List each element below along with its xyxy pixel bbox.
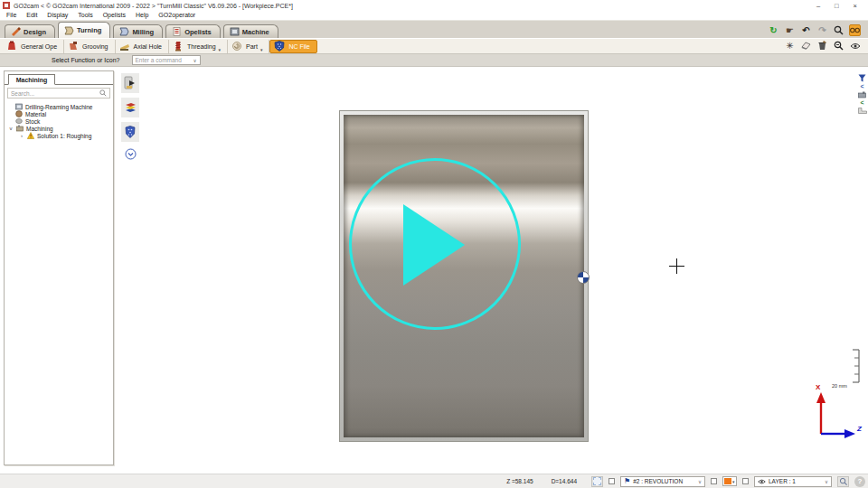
color-swatch-dropdown[interactable]: ▾ <box>722 476 737 486</box>
origin-point-marker[interactable] <box>577 271 590 284</box>
menu-display[interactable]: Display <box>47 12 68 18</box>
tree-item-machining[interactable]: v Machining <box>6 125 111 132</box>
revolution-checkbox[interactable] <box>609 478 615 484</box>
material-icon <box>15 110 23 117</box>
threading-dropdown-caret[interactable]: ▾ <box>219 47 222 52</box>
menu-opelists[interactable]: Opelists <box>103 12 126 18</box>
machining-tree: Drilling-Reaming Machine Material Stock … <box>5 100 113 142</box>
stock-icon <box>15 117 23 125</box>
collapse-blue-icon[interactable]: < <box>860 83 863 90</box>
chevron-down-icon: ∨ <box>193 58 196 63</box>
delete-bucket-icon[interactable] <box>816 40 828 52</box>
tree-item-material[interactable]: Material <box>6 110 111 117</box>
part-icon <box>231 41 242 52</box>
command-dropdown[interactable]: Enter a command ∨ <box>132 55 201 65</box>
layer-dropdown[interactable]: LAYER : 1 ∨ <box>754 476 832 487</box>
close-button[interactable]: × <box>854 2 857 10</box>
filter-icon[interactable] <box>858 74 866 82</box>
current-color-chip <box>724 478 731 484</box>
machining-node-icon <box>16 125 24 132</box>
flag-icon: ⚑ <box>624 478 630 485</box>
panel-side-toolbar <box>121 73 139 161</box>
tab-milling[interactable]: Milling <box>113 24 163 38</box>
maximize-button[interactable]: □ <box>835 2 839 10</box>
color-checkbox[interactable] <box>711 478 717 484</box>
expander-closed-icon[interactable]: › <box>19 133 24 138</box>
zoom-icon[interactable] <box>833 24 844 36</box>
tree-item-solution[interactable]: › Solution 1: Roughing <box>6 132 111 139</box>
grooving-icon <box>68 41 79 52</box>
tab-opelists[interactable]: Opelists <box>165 24 221 38</box>
quickbar-row-1: ↻ ☛ ↶ ↷ <box>768 24 861 36</box>
milling-icon <box>119 27 129 36</box>
part-dropdown-caret[interactable]: ▾ <box>260 47 263 52</box>
tab-design[interactable]: Design <box>5 24 55 38</box>
layers-button[interactable] <box>121 98 139 117</box>
menu-tools[interactable]: Tools <box>78 12 92 18</box>
layers-icon <box>124 102 137 114</box>
search-box <box>7 88 110 99</box>
viewport[interactable]: Machining Drilling-Reaming Machine Mater… <box>0 67 868 474</box>
window-title: GO2cam < © GO2cam International 2009 - 2… <box>14 3 293 9</box>
refresh-icon[interactable]: ↻ <box>768 24 779 36</box>
command-prompt-label: Select Function or Icon? <box>52 57 120 63</box>
z-coordinate: Z =58.145 <box>506 478 533 484</box>
tool-button-row: General Ope Grooving Axial Hole Threadin… <box>0 38 868 53</box>
go2view-glasses-icon[interactable] <box>849 24 861 36</box>
grooving-button[interactable]: Grooving <box>64 40 115 53</box>
opelists-icon <box>172 27 182 36</box>
layer-checkbox[interactable] <box>742 478 749 484</box>
ribbon-tab-bar: Design Turning Milling Opelists Machine … <box>0 20 868 38</box>
right-edge-toolbar: < < <box>857 74 867 114</box>
tool-burst-icon[interactable]: ✳ <box>784 40 796 52</box>
expander-open-icon[interactable]: v <box>8 126 14 131</box>
minimize-button[interactable]: – <box>816 2 820 10</box>
app-icon <box>3 2 10 9</box>
tree-item-machine[interactable]: Drilling-Reaming Machine <box>6 103 111 110</box>
expand-more-button[interactable] <box>121 146 139 161</box>
nc-file-button[interactable]: NC File <box>269 40 316 53</box>
menu-help[interactable]: Help <box>136 12 148 18</box>
menu-bar: File Edit Display Tools Opelists Help GO… <box>0 10 868 20</box>
search-input[interactable] <box>11 90 99 97</box>
axis-indicator: X Z <box>796 381 866 443</box>
play-icon[interactable] <box>403 204 465 286</box>
general-ope-button[interactable]: General Ope <box>3 40 64 53</box>
turning-icon <box>64 26 74 35</box>
menu-file[interactable]: File <box>6 12 16 18</box>
tab-machining-panel[interactable]: Machining <box>8 74 55 85</box>
menu-go2operator[interactable]: GO2operator <box>158 12 195 18</box>
grid-snap-button[interactable] <box>591 476 603 487</box>
simulation-button[interactable] <box>121 73 139 93</box>
tree-item-stock[interactable]: Stock <box>6 117 111 125</box>
tray-icon[interactable] <box>858 108 867 114</box>
simulation-video-placeholder[interactable] <box>339 110 589 442</box>
tab-machine[interactable]: Machine <box>223 24 278 38</box>
shield-icon <box>125 126 136 138</box>
layer-zoom-button[interactable] <box>837 476 849 487</box>
d-coordinate: D=14.644 <box>552 478 577 484</box>
collapse-green-icon[interactable]: < <box>860 99 863 107</box>
redo-icon[interactable]: ↷ <box>816 24 828 36</box>
undo-icon[interactable]: ↶ <box>800 24 812 36</box>
machining-panel: Machining Drilling-Reaming Machine Mater… <box>4 70 114 465</box>
warning-icon <box>27 132 34 139</box>
threading-icon <box>173 41 184 52</box>
threading-button[interactable]: Threading ▾ <box>169 40 228 53</box>
eye-visibility-icon[interactable] <box>849 40 861 52</box>
zoom-window-icon[interactable] <box>833 40 844 52</box>
tab-turning[interactable]: Turning <box>58 22 110 38</box>
search-icon <box>99 89 107 97</box>
part-button[interactable]: Part ▾ <box>228 40 269 53</box>
axis-x-label: X <box>816 383 820 391</box>
pointer-icon[interactable]: ☛ <box>784 24 796 36</box>
menu-edit[interactable]: Edit <box>26 12 37 18</box>
workpiece-preview <box>344 115 584 437</box>
nc-shield-button[interactable] <box>121 122 139 142</box>
help-button[interactable]: ? <box>854 476 865 487</box>
revolution-dropdown[interactable]: ⚑ #2 : REVOLUTION ∨ <box>620 476 705 487</box>
axial-hole-button[interactable]: Axial Hole <box>116 40 170 53</box>
eraser-icon[interactable] <box>800 40 812 52</box>
machine-mini-icon[interactable] <box>858 91 866 99</box>
axis-z-label: Z <box>857 425 862 433</box>
